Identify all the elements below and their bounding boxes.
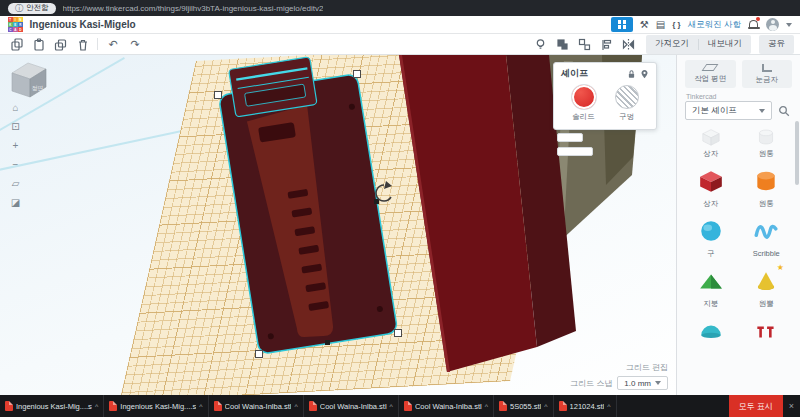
notifications-button[interactable]	[748, 19, 759, 30]
import-export-group: 가져오기 내보내기	[646, 35, 751, 54]
shape-item-cylinder[interactable]: 원통	[740, 165, 794, 209]
grid-icon	[618, 20, 627, 29]
bricks-icon[interactable]: ▤	[656, 17, 665, 32]
edit-grid-link[interactable]: 그리드 편집	[626, 362, 668, 373]
duplicate-button[interactable]	[50, 36, 70, 53]
watch-band-object[interactable]	[215, 55, 398, 354]
expand-caret-icon[interactable]: ^	[199, 403, 202, 410]
mirror-flip-button[interactable]	[618, 36, 638, 53]
solid-swatch-icon[interactable]	[572, 85, 596, 109]
copy-button[interactable]	[6, 36, 26, 53]
design-title[interactable]: Ingenious Kasi-Migelo	[30, 19, 136, 30]
expand-caret-icon[interactable]: ^	[607, 403, 610, 410]
orthographic-view-button[interactable]: ▱	[9, 177, 22, 190]
red-box-object[interactable]	[399, 55, 576, 372]
grid-controls: 그리드 편집 그리드 스냅 1.0 mm	[570, 362, 668, 390]
close-shelf-icon[interactable]: ×	[783, 401, 800, 411]
download-item[interactable]: 121024.stl ^	[554, 395, 617, 417]
zoom-in-button[interactable]: +	[9, 139, 22, 152]
show-all-downloads-button[interactable]: 모두 표시	[729, 395, 783, 417]
expand-caret-icon[interactable]: ^	[544, 403, 547, 410]
security-badge[interactable]: ⓘ 안전함	[8, 3, 56, 14]
shape-item-clear-cylinder[interactable]: 원통	[740, 127, 794, 159]
hole-swatch-icon[interactable]	[615, 85, 639, 109]
shape-item-label: 지붕	[703, 299, 718, 309]
download-file-name[interactable]: Ingenious Kasi-Mig....stl	[120, 402, 196, 411]
shape-item-cone[interactable]: ★ 원뿔	[740, 265, 794, 309]
delete-button[interactable]	[72, 36, 92, 53]
download-item[interactable]: Ingenious Kasi-Mig....stl ^	[104, 395, 208, 417]
download-file-name[interactable]: Cool Waina-Inlba.stl	[320, 402, 387, 411]
logo-tile: R	[18, 22, 23, 27]
export-button[interactable]: 내보내기	[699, 35, 751, 54]
shape-item-halfsphere[interactable]	[684, 315, 738, 349]
view-cube[interactable]: 정면	[6, 59, 50, 99]
download-item[interactable]: 5S055.stl ^	[494, 395, 554, 417]
shape-category-select[interactable]: 기본 셰이프	[685, 101, 772, 120]
star-icon[interactable]: ★	[777, 263, 784, 272]
blocks-grid-button[interactable]	[611, 17, 633, 32]
tinkercad-logo[interactable]: TINKERCAD	[8, 17, 23, 32]
shape-item-text[interactable]	[740, 315, 794, 349]
share-button[interactable]: 공유	[759, 35, 794, 54]
rotate-handle[interactable]	[376, 181, 392, 201]
url-text[interactable]: https://www.tinkercad.com/things/9ljilhv…	[63, 4, 324, 13]
ungroup-button[interactable]	[574, 36, 594, 53]
height-handle[interactable]	[374, 199, 379, 204]
expand-caret-icon[interactable]: ^	[390, 403, 393, 410]
design-canvas[interactable]: 정면 ⌂ ⊡ + − ▱ ◪ 셰이프	[0, 55, 676, 395]
ruler-icon	[762, 64, 772, 72]
show-all-bulb-button[interactable]	[530, 36, 550, 53]
snap-grid-select[interactable]: 1.0 mm	[617, 376, 668, 390]
avatar[interactable]	[766, 18, 779, 31]
download-file-name[interactable]: 5S055.stl	[510, 402, 541, 411]
dimension-pill[interactable]	[557, 147, 593, 156]
expand-caret-icon[interactable]: ^	[95, 403, 98, 410]
dimension-pill[interactable]	[557, 133, 583, 142]
lock-icon[interactable]	[627, 69, 636, 79]
download-item[interactable]: Cool Waina-Inlba.stl ^	[399, 395, 494, 417]
shape-search-button[interactable]	[776, 105, 792, 117]
zoom-out-button[interactable]: −	[9, 158, 22, 171]
hole-option[interactable]: 구멍	[615, 85, 639, 122]
undo-button[interactable]: ↶	[103, 36, 123, 53]
download-file-name[interactable]: Cool Waina-Inlba.stl	[415, 402, 482, 411]
sidebar-scrollbar[interactable]	[795, 121, 799, 185]
download-item[interactable]: Cool Waina-Inlba.stl ^	[304, 395, 399, 417]
shape-item-box[interactable]: 상자	[684, 165, 738, 209]
expand-caret-icon[interactable]: ^	[294, 403, 297, 410]
perspective-view-button[interactable]: ◪	[9, 196, 22, 209]
download-item[interactable]: Cool Waina-Inlba.stl ^	[209, 395, 304, 417]
download-file-name[interactable]: 121024.stl	[570, 402, 605, 411]
security-badge-label: 안전함	[26, 3, 49, 13]
download-file-name[interactable]: Cool Waina-Inlba.stl	[225, 402, 292, 411]
shape-item-label: 원뿔	[759, 299, 774, 309]
redo-button[interactable]: ↷	[125, 36, 145, 53]
shape-item-roof[interactable]: 지붕	[684, 265, 738, 309]
download-item[interactable]: Ingenious Kasi-Mig....stl ^	[0, 395, 104, 417]
whats-new-link[interactable]: 새로워진 사항	[688, 19, 741, 31]
group-button[interactable]	[552, 36, 572, 53]
logo-tile: A	[13, 27, 18, 32]
minecraft-pickaxe-icon[interactable]: ⚒	[640, 17, 649, 32]
location-pin-icon[interactable]	[640, 69, 649, 79]
workplane-tool-button[interactable]: 작업 평면	[685, 60, 736, 88]
codeblocks-braces-icon[interactable]: { }	[672, 17, 680, 32]
download-file-name[interactable]: Ingenious Kasi-Mig....stl	[16, 402, 92, 411]
align-button[interactable]	[596, 36, 616, 53]
account-chevron-down-icon[interactable]	[786, 23, 792, 27]
paste-button[interactable]	[28, 36, 48, 53]
shape-item-sphere[interactable]: 구	[684, 215, 738, 259]
import-button[interactable]: 가져오기	[646, 35, 698, 54]
solid-option[interactable]: 솔리드	[572, 85, 596, 122]
shape-item-clear-box[interactable]: 상자	[684, 127, 738, 159]
view-cube-label: 정면	[32, 85, 44, 92]
stl-file-icon	[404, 401, 412, 411]
fit-view-button[interactable]: ⊡	[9, 120, 22, 133]
expand-caret-icon[interactable]: ^	[485, 403, 488, 410]
shape-item-scribble[interactable]: Scribble	[740, 215, 794, 259]
ruler-tool-button[interactable]: 눈금자	[742, 60, 793, 88]
height-handle[interactable]	[325, 340, 330, 345]
browser-address-bar[interactable]: ⓘ 안전함 https://www.tinkercad.com/things/9…	[0, 0, 800, 16]
home-view-button[interactable]: ⌂	[9, 101, 22, 114]
